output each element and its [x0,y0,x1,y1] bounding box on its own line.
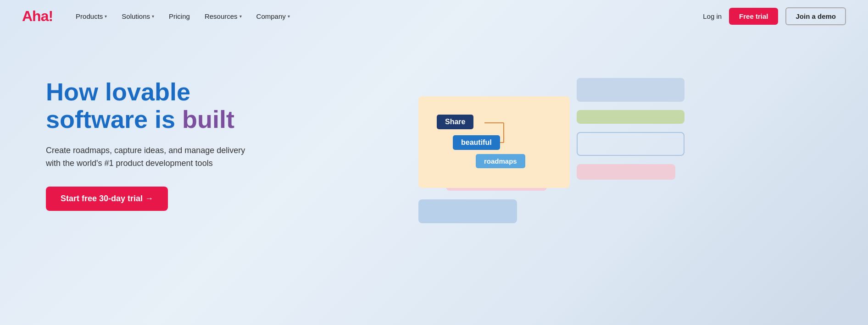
hero-illustration: Share beautiful roadmaps [303,50,846,284]
chevron-down-icon: ▾ [105,14,107,19]
nav-item-company[interactable]: Company ▾ [250,9,296,24]
free-trial-button[interactable]: Free trial [729,8,778,25]
navbar: Aha! Products ▾ Solutions ▾ Pricing Reso… [0,0,868,32]
chevron-down-icon: ▾ [288,14,290,19]
logo-exclaim: ! [48,8,53,24]
login-link[interactable]: Log in [703,12,722,20]
headline-line2-part1: software is [46,105,182,133]
chevron-down-icon: ▾ [152,14,154,19]
nav-pricing-label: Pricing [169,12,190,20]
node-beautiful: beautiful [453,135,500,150]
block-pink-bottom-right [577,164,675,180]
nav-item-products[interactable]: Products ▾ [69,9,113,24]
hero-subtext: Create roadmaps, capture ideas, and mana… [46,144,248,170]
hero-text: How lovable software is built Create roa… [46,50,275,211]
nav-solutions-label: Solutions [122,12,150,20]
nav-item-pricing[interactable]: Pricing [162,9,196,24]
join-demo-button[interactable]: Join a demo [785,7,846,25]
chevron-down-icon: ▾ [239,14,242,19]
nav-resources-label: Resources [205,12,238,20]
start-trial-button[interactable]: Start free 30-day trial → [46,187,168,211]
logo-aha: Aha [22,8,48,24]
headline-line2-part2: built [182,105,234,133]
nav-actions: Log in Free trial Join a demo [703,7,846,25]
block-blue-outline-right [577,132,684,156]
logo[interactable]: Aha! [22,8,53,25]
block-blue-bottom-left [418,199,517,223]
illustration-container: Share beautiful roadmaps [418,64,730,284]
nav-item-resources[interactable]: Resources ▾ [198,9,248,24]
block-green-right [577,110,684,124]
roadmap-card: Share beautiful roadmaps [418,96,570,188]
node-share: Share [437,115,473,129]
hero-section: How lovable software is built Create roa… [0,32,868,307]
nav-company-label: Company [256,12,286,20]
nav-item-solutions[interactable]: Solutions ▾ [115,9,161,24]
node-roadmaps: roadmaps [476,154,525,168]
headline-line1: How lovable [46,78,190,105]
hero-headline: How lovable software is built [46,78,275,133]
nav-links: Products ▾ Solutions ▾ Pricing Resources… [69,9,703,24]
block-blue-top-right [577,78,684,102]
nav-products-label: Products [76,12,103,20]
